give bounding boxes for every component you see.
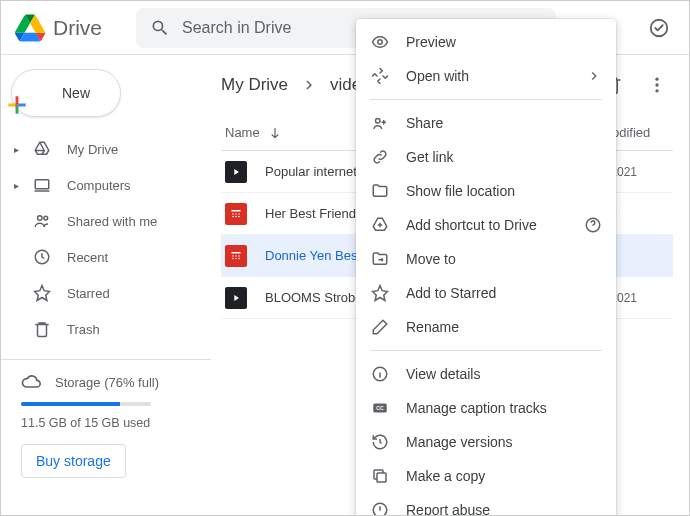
cloud-icon: [21, 372, 41, 392]
menu-item-label: View details: [406, 366, 480, 382]
sidebar-item-label: Shared with me: [67, 214, 157, 229]
breadcrumb-item[interactable]: My Drive: [221, 75, 288, 95]
menu-item-label: Make a copy: [406, 468, 485, 484]
svg-point-23: [238, 257, 240, 259]
menu-item-share[interactable]: Share: [356, 106, 616, 140]
sidebar-item-trash[interactable]: Trash: [1, 311, 211, 347]
ready-offline-icon[interactable]: [643, 12, 675, 44]
sidebar: New ▸My Drive▸ComputersShared with meRec…: [1, 55, 211, 515]
menu-item-cc[interactable]: CCManage caption tracks: [356, 391, 616, 425]
storage-used-text: 11.5 GB of 15 GB used: [21, 416, 191, 430]
copy-icon: [370, 466, 390, 486]
storage-link[interactable]: Storage (76% full): [21, 372, 191, 392]
menu-item-copy[interactable]: Make a copy: [356, 459, 616, 493]
menu-divider: [370, 99, 602, 100]
svg-point-20: [238, 255, 240, 257]
cc-icon: CC: [370, 398, 390, 418]
star-icon: [31, 284, 53, 302]
svg-rect-10: [232, 210, 241, 212]
file-thumbnail: [225, 161, 247, 183]
menu-item-label: Preview: [406, 34, 456, 50]
report-icon: [370, 500, 390, 516]
menu-item-star[interactable]: Add to Starred: [356, 276, 616, 310]
menu-item-label: Rename: [406, 319, 459, 335]
divider: [1, 359, 211, 360]
star-icon: [370, 283, 390, 303]
sidebar-item-recent[interactable]: Recent: [1, 239, 211, 275]
svg-point-25: [376, 119, 381, 124]
sidebar-item-label: Recent: [67, 250, 108, 265]
buy-storage-label: Buy storage: [36, 453, 111, 469]
svg-point-22: [235, 257, 237, 259]
expand-icon: ▸: [7, 144, 25, 155]
svg-point-21: [232, 257, 234, 259]
search-icon: [150, 18, 170, 38]
svg-point-4: [38, 216, 43, 221]
sidebar-item-mydrive[interactable]: ▸My Drive: [1, 131, 211, 167]
svg-text:CC: CC: [376, 405, 384, 411]
more-actions-button[interactable]: [641, 69, 673, 101]
menu-item-label: Add to Starred: [406, 285, 496, 301]
svg-point-5: [44, 216, 48, 220]
menu-item-link[interactable]: Get link: [356, 140, 616, 174]
menu-item-label: Add shortcut to Drive: [406, 217, 537, 233]
trash-icon: [31, 320, 53, 338]
sort-ascending-icon: [268, 126, 282, 140]
file-thumbnail: [225, 245, 247, 267]
column-name-label: Name: [225, 125, 260, 140]
menu-item-openwith[interactable]: Open with: [356, 59, 616, 93]
search-placeholder: Search in Drive: [182, 19, 291, 37]
menu-item-versions[interactable]: Manage versions: [356, 425, 616, 459]
storage-section: Storage (76% full) 11.5 GB of 15 GB used…: [1, 372, 211, 478]
menu-item-label: Report abuse: [406, 502, 490, 516]
svg-rect-17: [232, 252, 241, 254]
menu-item-label: Manage versions: [406, 434, 513, 450]
logo[interactable]: Drive: [15, 14, 102, 42]
computers-icon: [31, 176, 53, 194]
info-icon: [370, 364, 390, 384]
sidebar-item-label: Computers: [67, 178, 131, 193]
menu-item-moveto[interactable]: Move to: [356, 242, 616, 276]
file-thumbnail: [225, 287, 247, 309]
new-button-label: New: [62, 85, 90, 101]
sidebar-item-shared[interactable]: Shared with me: [1, 203, 211, 239]
svg-point-11: [232, 213, 234, 215]
menu-item-label: Get link: [406, 149, 453, 165]
shortcut-icon: [370, 215, 390, 235]
svg-rect-30: [377, 473, 386, 482]
svg-point-8: [655, 83, 658, 86]
sidebar-item-computers[interactable]: ▸Computers: [1, 167, 211, 203]
new-button[interactable]: New: [11, 69, 121, 117]
buy-storage-button[interactable]: Buy storage: [21, 444, 126, 478]
svg-point-16: [238, 215, 240, 217]
svg-rect-3: [35, 180, 49, 189]
menu-item-info[interactable]: View details: [356, 357, 616, 391]
menu-item-label: Manage caption tracks: [406, 400, 547, 416]
svg-point-7: [655, 78, 658, 81]
menu-item-report[interactable]: Report abuse: [356, 493, 616, 516]
sidebar-item-star[interactable]: Starred: [1, 275, 211, 311]
shared-icon: [31, 212, 53, 230]
menu-item-label: Share: [406, 115, 443, 131]
chevron-right-icon: [300, 76, 318, 94]
menu-item-rename[interactable]: Rename: [356, 310, 616, 344]
menu-item-label: Open with: [406, 68, 469, 84]
menu-item-shortcut[interactable]: Add shortcut to Drive: [356, 208, 616, 242]
menu-item-eye[interactable]: Preview: [356, 25, 616, 59]
chevron-right-icon: [586, 68, 602, 84]
sidebar-item-label: Trash: [67, 322, 100, 337]
sidebar-item-label: My Drive: [67, 142, 118, 157]
drive-logo-icon: [15, 14, 45, 42]
storage-label: Storage (76% full): [55, 375, 159, 390]
help-icon: [584, 216, 602, 234]
recent-icon: [31, 248, 53, 266]
rename-icon: [370, 317, 390, 337]
moveto-icon: [370, 249, 390, 269]
svg-point-9: [655, 89, 658, 92]
svg-point-18: [232, 255, 234, 257]
menu-item-folder[interactable]: Show file location: [356, 174, 616, 208]
mydrive-icon: [31, 140, 53, 158]
svg-point-15: [235, 215, 237, 217]
svg-point-19: [235, 255, 237, 257]
link-icon: [370, 147, 390, 167]
